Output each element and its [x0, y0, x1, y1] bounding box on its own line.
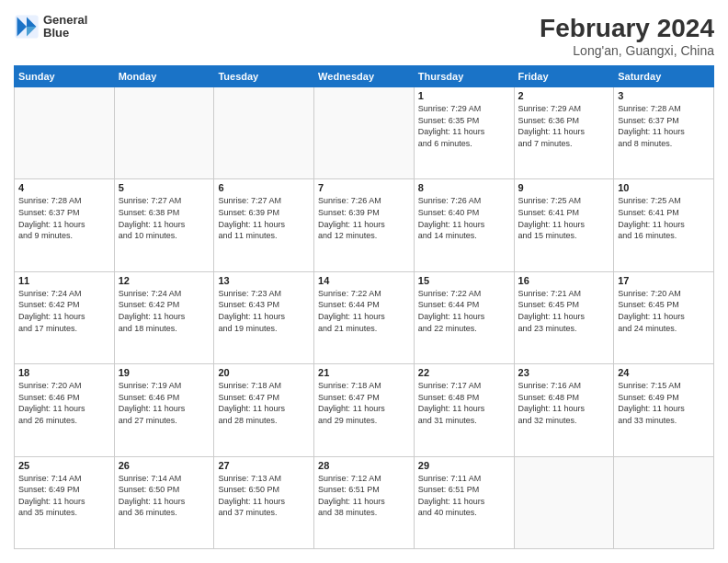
day-info: Sunrise: 7:19 AM Sunset: 6:46 PM Dayligh…	[119, 380, 210, 426]
day-info: Sunrise: 7:23 AM Sunset: 6:43 PM Dayligh…	[218, 288, 310, 334]
day-info: Sunrise: 7:26 AM Sunset: 6:40 PM Dayligh…	[418, 195, 510, 241]
weekday-wednesday: Wednesday	[314, 66, 415, 87]
day-number: 15	[418, 275, 510, 286]
day-info: Sunrise: 7:22 AM Sunset: 6:44 PM Dayligh…	[318, 288, 410, 334]
table-row: 20Sunrise: 7:18 AM Sunset: 6:47 PM Dayli…	[214, 364, 314, 456]
day-number: 19	[119, 367, 210, 378]
week-row-0: 1Sunrise: 7:29 AM Sunset: 6:35 PM Daylig…	[15, 87, 714, 179]
logo-line1: General	[43, 14, 87, 27]
table-row: 23Sunrise: 7:16 AM Sunset: 6:48 PM Dayli…	[514, 364, 614, 456]
table-row	[614, 456, 714, 548]
day-number: 23	[518, 367, 610, 378]
day-info: Sunrise: 7:18 AM Sunset: 6:47 PM Dayligh…	[318, 380, 410, 426]
day-info: Sunrise: 7:17 AM Sunset: 6:48 PM Dayligh…	[418, 380, 510, 426]
table-row	[514, 456, 614, 548]
week-row-4: 25Sunrise: 7:14 AM Sunset: 6:49 PM Dayli…	[15, 456, 714, 548]
table-row: 27Sunrise: 7:13 AM Sunset: 6:50 PM Dayli…	[214, 456, 314, 548]
calendar-table: SundayMondayTuesdayWednesdayThursdayFrid…	[14, 65, 714, 549]
weekday-thursday: Thursday	[414, 66, 514, 87]
day-info: Sunrise: 7:26 AM Sunset: 6:39 PM Dayligh…	[318, 195, 410, 241]
logo-icon	[14, 14, 40, 40]
day-number: 21	[318, 367, 410, 378]
table-row: 28Sunrise: 7:12 AM Sunset: 6:51 PM Dayli…	[314, 456, 415, 548]
week-row-2: 11Sunrise: 7:24 AM Sunset: 6:42 PM Dayli…	[15, 271, 714, 363]
day-info: Sunrise: 7:25 AM Sunset: 6:41 PM Dayligh…	[618, 195, 710, 241]
week-row-3: 18Sunrise: 7:20 AM Sunset: 6:46 PM Dayli…	[15, 364, 714, 456]
day-info: Sunrise: 7:20 AM Sunset: 6:46 PM Dayligh…	[18, 380, 110, 426]
day-info: Sunrise: 7:11 AM Sunset: 6:51 PM Dayligh…	[418, 473, 510, 519]
day-info: Sunrise: 7:21 AM Sunset: 6:45 PM Dayligh…	[518, 288, 610, 334]
day-number: 14	[318, 275, 410, 286]
title-block: February 2024 Long'an, Guangxi, China	[540, 14, 714, 58]
table-row: 4Sunrise: 7:28 AM Sunset: 6:37 PM Daylig…	[15, 179, 115, 271]
weekday-sunday: Sunday	[15, 66, 115, 87]
table-row: 25Sunrise: 7:14 AM Sunset: 6:49 PM Dayli…	[15, 456, 115, 548]
day-number: 3	[618, 90, 710, 101]
day-number: 10	[618, 182, 710, 193]
day-number: 8	[418, 182, 510, 193]
day-info: Sunrise: 7:24 AM Sunset: 6:42 PM Dayligh…	[18, 288, 110, 334]
table-row: 22Sunrise: 7:17 AM Sunset: 6:48 PM Dayli…	[414, 364, 514, 456]
day-info: Sunrise: 7:12 AM Sunset: 6:51 PM Dayligh…	[318, 473, 410, 519]
table-row: 11Sunrise: 7:24 AM Sunset: 6:42 PM Dayli…	[15, 271, 115, 363]
table-row: 5Sunrise: 7:27 AM Sunset: 6:38 PM Daylig…	[114, 179, 214, 271]
table-row: 7Sunrise: 7:26 AM Sunset: 6:39 PM Daylig…	[314, 179, 415, 271]
weekday-header-row: SundayMondayTuesdayWednesdayThursdayFrid…	[15, 66, 714, 87]
weekday-monday: Monday	[114, 66, 214, 87]
table-row	[114, 87, 214, 179]
table-row: 13Sunrise: 7:23 AM Sunset: 6:43 PM Dayli…	[214, 271, 314, 363]
day-info: Sunrise: 7:29 AM Sunset: 6:35 PM Dayligh…	[418, 103, 510, 149]
day-info: Sunrise: 7:15 AM Sunset: 6:49 PM Dayligh…	[618, 380, 710, 426]
table-row: 12Sunrise: 7:24 AM Sunset: 6:42 PM Dayli…	[114, 271, 214, 363]
logo-text: General Blue	[43, 14, 87, 40]
day-number: 4	[18, 182, 110, 193]
day-number: 6	[218, 182, 310, 193]
header: General Blue February 2024 Long'an, Guan…	[14, 14, 714, 58]
table-row: 24Sunrise: 7:15 AM Sunset: 6:49 PM Dayli…	[614, 364, 714, 456]
day-info: Sunrise: 7:14 AM Sunset: 6:50 PM Dayligh…	[119, 473, 210, 519]
day-number: 9	[518, 182, 610, 193]
day-number: 26	[119, 460, 210, 471]
table-row: 1Sunrise: 7:29 AM Sunset: 6:35 PM Daylig…	[414, 87, 514, 179]
table-row: 17Sunrise: 7:20 AM Sunset: 6:45 PM Dayli…	[614, 271, 714, 363]
logo-line2: Blue	[43, 27, 87, 40]
day-number: 27	[218, 460, 310, 471]
day-number: 22	[418, 367, 510, 378]
table-row: 21Sunrise: 7:18 AM Sunset: 6:47 PM Dayli…	[314, 364, 415, 456]
table-row	[214, 87, 314, 179]
weekday-saturday: Saturday	[614, 66, 714, 87]
day-info: Sunrise: 7:13 AM Sunset: 6:50 PM Dayligh…	[218, 473, 310, 519]
day-info: Sunrise: 7:22 AM Sunset: 6:44 PM Dayligh…	[418, 288, 510, 334]
table-row: 14Sunrise: 7:22 AM Sunset: 6:44 PM Dayli…	[314, 271, 415, 363]
table-row: 3Sunrise: 7:28 AM Sunset: 6:37 PM Daylig…	[614, 87, 714, 179]
day-number: 12	[119, 275, 210, 286]
table-row: 8Sunrise: 7:26 AM Sunset: 6:40 PM Daylig…	[414, 179, 514, 271]
table-row: 19Sunrise: 7:19 AM Sunset: 6:46 PM Dayli…	[114, 364, 214, 456]
table-row: 9Sunrise: 7:25 AM Sunset: 6:41 PM Daylig…	[514, 179, 614, 271]
subtitle: Long'an, Guangxi, China	[540, 43, 714, 58]
day-info: Sunrise: 7:29 AM Sunset: 6:36 PM Dayligh…	[518, 103, 610, 149]
day-number: 5	[119, 182, 210, 193]
table-row: 26Sunrise: 7:14 AM Sunset: 6:50 PM Dayli…	[114, 456, 214, 548]
day-info: Sunrise: 7:18 AM Sunset: 6:47 PM Dayligh…	[218, 380, 310, 426]
day-info: Sunrise: 7:20 AM Sunset: 6:45 PM Dayligh…	[618, 288, 710, 334]
calendar-header: SundayMondayTuesdayWednesdayThursdayFrid…	[15, 66, 714, 87]
table-row	[314, 87, 415, 179]
week-row-1: 4Sunrise: 7:28 AM Sunset: 6:37 PM Daylig…	[15, 179, 714, 271]
main-title: February 2024	[540, 14, 714, 43]
day-info: Sunrise: 7:25 AM Sunset: 6:41 PM Dayligh…	[518, 195, 610, 241]
calendar-body: 1Sunrise: 7:29 AM Sunset: 6:35 PM Daylig…	[15, 87, 714, 549]
day-number: 18	[18, 367, 110, 378]
day-number: 20	[218, 367, 310, 378]
day-info: Sunrise: 7:14 AM Sunset: 6:49 PM Dayligh…	[18, 473, 110, 519]
day-number: 7	[318, 182, 410, 193]
day-number: 1	[418, 90, 510, 101]
weekday-tuesday: Tuesday	[214, 66, 314, 87]
day-info: Sunrise: 7:24 AM Sunset: 6:42 PM Dayligh…	[119, 288, 210, 334]
day-number: 28	[318, 460, 410, 471]
day-number: 25	[18, 460, 110, 471]
day-number: 13	[218, 275, 310, 286]
table-row: 29Sunrise: 7:11 AM Sunset: 6:51 PM Dayli…	[414, 456, 514, 548]
weekday-friday: Friday	[514, 66, 614, 87]
table-row: 16Sunrise: 7:21 AM Sunset: 6:45 PM Dayli…	[514, 271, 614, 363]
